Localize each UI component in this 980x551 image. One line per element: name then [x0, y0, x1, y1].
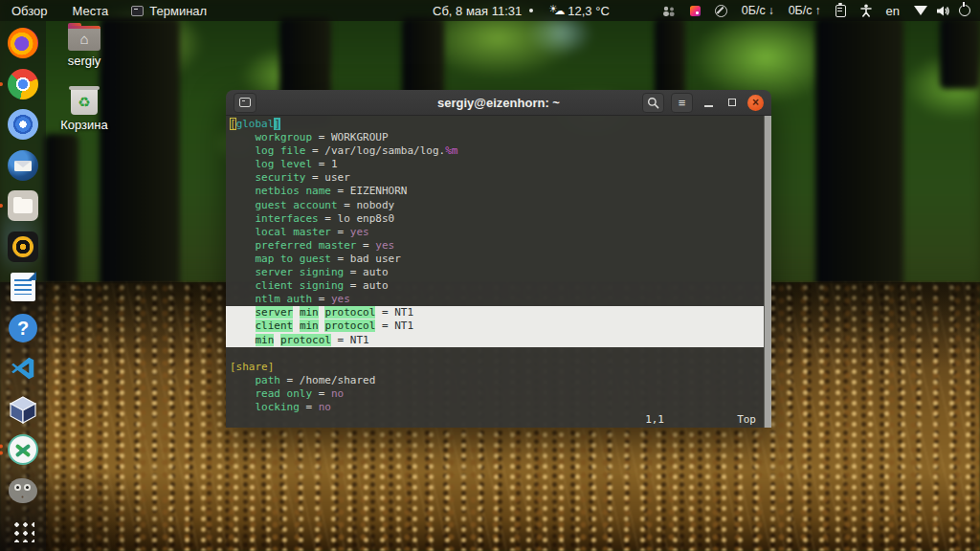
running-indicator [0, 445, 3, 455]
terminal-line: log level = 1 [230, 158, 764, 171]
dock-item-chrome[interactable] [5, 67, 41, 101]
chromium-icon [8, 109, 38, 140]
dock [0, 21, 46, 551]
vim-status-line: 1,1 Top [226, 413, 764, 427]
terminal-line: ntlm auth = yes [230, 293, 764, 306]
maximize-button[interactable] [724, 94, 741, 111]
dock-item-firefox[interactable] [5, 26, 41, 60]
recycle-glyph: ♻ [71, 91, 98, 114]
terminal-content-area[interactable]: [global] workgroup = WORKGROUP log file … [226, 116, 771, 428]
terminal-line: path = /home/shared [230, 374, 764, 387]
menu-button[interactable]: ≡ [671, 93, 693, 113]
trash-icon: ♻ [71, 86, 98, 115]
terminal-line: [global] [230, 118, 764, 131]
x-app-icon [8, 434, 38, 465]
virtualbox-icon [8, 395, 38, 424]
scroll-position: Top [737, 413, 756, 426]
libreoffice-writer-icon [11, 273, 35, 301]
vscode-icon [9, 354, 37, 383]
system-status-area[interactable] [914, 5, 970, 17]
terminal-line: read only = no [230, 387, 764, 401]
desktop: Обзор Места Терминал Сб, 8 мая 11:31 12,… [0, 0, 980, 551]
dock-item-x-app[interactable] [5, 432, 41, 467]
net-speed-upload[interactable]: 0Б/с ↑ [789, 4, 821, 17]
terminal-line: preferred master = yes [230, 239, 764, 253]
terminal-line: guest account = nobody [230, 199, 764, 212]
prohibit-tray-icon[interactable] [715, 5, 727, 17]
close-button[interactable]: × [747, 95, 764, 111]
terminal-line: workgroup = WORKGROUP [230, 131, 764, 144]
help-icon [9, 314, 37, 342]
terminal-line: locking = no [230, 401, 764, 414]
terminal-line: min protocol = NT1 [226, 334, 768, 347]
terminal-line: server min protocol = NT1 [226, 306, 768, 320]
dock-item-chromium[interactable] [5, 107, 41, 142]
net-speed-download[interactable]: 0Б/с ↓ [742, 4, 774, 17]
terminal-line: log file = /var/log/samba/log.%m [230, 144, 764, 158]
arrow-up-icon: ↑ [815, 4, 821, 17]
thunderbird-icon [8, 150, 38, 181]
desktop-icon-label: sergiy [68, 54, 101, 68]
gimp-icon [9, 478, 37, 503]
weather-widget[interactable]: 12,3 °C [548, 4, 610, 18]
app-menu-terminal[interactable]: Терминал [127, 0, 211, 21]
dock-item-gimp[interactable] [5, 474, 41, 508]
accessibility-icon[interactable] [860, 4, 872, 17]
home-glyph: ⌂ [68, 28, 100, 51]
volume-icon [936, 5, 950, 17]
cursor-position: 1,1 [645, 413, 664, 426]
dock-item-files[interactable] [5, 188, 41, 223]
dock-item-help[interactable] [5, 311, 41, 345]
running-indicator [0, 204, 3, 208]
clipboard-tray-icon[interactable] [835, 5, 846, 17]
home-folder-icon: ⌂ [68, 26, 100, 51]
desktop-icon-home-folder[interactable]: ⌂ sergiy [51, 26, 118, 68]
minimize-button[interactable] [700, 94, 717, 111]
terminal-line: client signing = auto [230, 279, 764, 293]
app-menu-label: Терминал [149, 4, 207, 18]
new-terminal-icon [239, 98, 251, 107]
search-button[interactable] [642, 93, 664, 113]
people-tray-icon[interactable] [661, 5, 676, 17]
dock-item-app-grid[interactable] [5, 514, 41, 548]
dock-item-libreoffice-writer[interactable] [5, 270, 41, 304]
firefox-icon [8, 28, 38, 58]
dock-item-music-player[interactable] [5, 230, 41, 264]
maximize-icon [728, 99, 736, 106]
power-icon [959, 5, 970, 16]
music-player-icon [8, 231, 38, 262]
terminal-line: server signing = auto [230, 266, 764, 279]
dock-item-virtualbox[interactable] [5, 392, 41, 427]
terminal-app-icon [131, 6, 144, 16]
desktop-icon-label: Корзина [60, 118, 108, 132]
terminal-line: security = user [230, 171, 764, 185]
terminal-line: [share] [230, 361, 764, 374]
desktop-icon-trash[interactable]: ♻ Корзина [51, 86, 118, 132]
net-down-value: 0Б/с [742, 4, 766, 17]
keyboard-layout-indicator[interactable]: en [886, 4, 900, 18]
wifi-icon [914, 6, 927, 15]
hamburger-menu-icon: ≡ [679, 97, 686, 109]
terminal-text: [global] workgroup = WORKGROUP log file … [230, 118, 764, 414]
terminal-line: interfaces = lo enp8s0 [230, 212, 764, 226]
terminal-window: sergiy@eizenhorn: ~ ≡ × [global] workgro… [226, 90, 771, 428]
top-bar: Обзор Места Терминал Сб, 8 мая 11:31 12,… [0, 0, 980, 21]
tree-trunk [44, 134, 78, 287]
new-tab-button[interactable] [234, 93, 256, 113]
arrow-down-icon: ↓ [768, 4, 774, 17]
activities-button[interactable]: Обзор [8, 0, 52, 21]
terminal-scrollbar[interactable] [764, 116, 771, 428]
app-grid-icon [11, 519, 34, 542]
running-indicator [0, 82, 3, 86]
dock-item-thunderbird[interactable] [5, 148, 41, 183]
files-icon [8, 190, 38, 221]
terminal-line: netbios name = EIZENHORN [230, 185, 764, 198]
close-icon: × [752, 97, 759, 108]
places-menu[interactable]: Места [69, 0, 113, 21]
dock-item-vscode[interactable] [5, 351, 41, 386]
net-up-value: 0Б/с [789, 4, 813, 17]
clock[interactable]: Сб, 8 мая 11:31 [433, 4, 522, 18]
terminal-titlebar[interactable]: sergiy@eizenhorn: ~ ≡ × [226, 90, 771, 116]
color-cube-tray-icon[interactable] [690, 6, 701, 16]
terminal-line: local master = yes [230, 226, 764, 239]
